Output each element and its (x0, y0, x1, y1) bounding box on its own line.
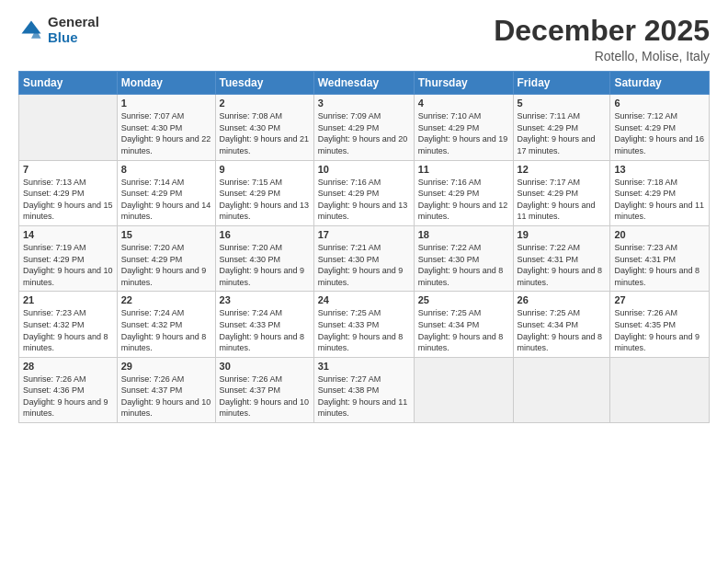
calendar-cell: 5Sunrise: 7:11 AMSunset: 4:29 PMDaylight… (513, 95, 610, 160)
calendar-cell: 3Sunrise: 7:09 AMSunset: 4:29 PMDaylight… (313, 95, 414, 160)
day-number: 7 (23, 164, 113, 175)
calendar-cell: 7Sunrise: 7:13 AMSunset: 4:29 PMDaylight… (19, 160, 118, 225)
day-number: 3 (318, 98, 410, 109)
month-title: December 2025 (494, 15, 710, 47)
logo-blue: Blue (48, 30, 99, 46)
day-number: 18 (418, 229, 509, 240)
day-info: Sunrise: 7:18 AMSunset: 4:29 PMDaylight:… (614, 177, 705, 223)
calendar-cell (610, 357, 710, 422)
day-number: 13 (614, 164, 705, 175)
calendar-week-row: 7Sunrise: 7:13 AMSunset: 4:29 PMDaylight… (19, 160, 710, 225)
calendar-week-row: 14Sunrise: 7:19 AMSunset: 4:29 PMDayligh… (19, 225, 710, 291)
day-info: Sunrise: 7:25 AMSunset: 4:34 PMDaylight:… (418, 307, 509, 353)
day-of-week-header: Thursday (414, 72, 513, 95)
day-info: Sunrise: 7:07 AMSunset: 4:30 PMDaylight:… (121, 110, 211, 156)
calendar-cell: 27Sunrise: 7:26 AMSunset: 4:35 PMDayligh… (610, 292, 710, 357)
svg-marker-0 (22, 20, 41, 33)
page: General Blue December 2025 Rotello, Moli… (0, 0, 728, 563)
day-number: 19 (518, 229, 607, 240)
calendar-cell: 18Sunrise: 7:22 AMSunset: 4:30 PMDayligh… (414, 225, 513, 291)
day-info: Sunrise: 7:15 AMSunset: 4:29 PMDaylight:… (220, 177, 310, 223)
calendar-cell: 28Sunrise: 7:26 AMSunset: 4:36 PMDayligh… (19, 357, 118, 422)
logo-text: General Blue (48, 15, 99, 45)
day-number: 9 (220, 164, 310, 175)
calendar-cell: 25Sunrise: 7:25 AMSunset: 4:34 PMDayligh… (414, 292, 513, 357)
day-of-week-header: Friday (513, 72, 610, 95)
day-of-week-header: Sunday (19, 72, 118, 95)
day-info: Sunrise: 7:20 AMSunset: 4:30 PMDaylight:… (220, 242, 310, 288)
calendar-cell: 29Sunrise: 7:26 AMSunset: 4:37 PMDayligh… (117, 357, 215, 422)
day-number: 4 (418, 98, 509, 109)
calendar-cell: 21Sunrise: 7:23 AMSunset: 4:32 PMDayligh… (19, 292, 118, 357)
day-number: 22 (121, 294, 211, 305)
calendar-cell: 31Sunrise: 7:27 AMSunset: 4:38 PMDayligh… (313, 357, 414, 422)
day-number: 6 (614, 98, 705, 109)
calendar-cell: 9Sunrise: 7:15 AMSunset: 4:29 PMDaylight… (215, 160, 313, 225)
day-number: 30 (220, 361, 310, 372)
day-info: Sunrise: 7:26 AMSunset: 4:36 PMDaylight:… (23, 373, 113, 419)
day-number: 20 (614, 229, 705, 240)
day-info: Sunrise: 7:23 AMSunset: 4:32 PMDaylight:… (23, 307, 113, 353)
day-of-week-header: Saturday (610, 72, 710, 95)
header: General Blue December 2025 Rotello, Moli… (18, 15, 710, 63)
logo-general: General (48, 15, 99, 30)
day-number: 2 (220, 98, 310, 109)
day-number: 11 (418, 164, 509, 175)
day-number: 17 (318, 229, 410, 240)
day-info: Sunrise: 7:09 AMSunset: 4:29 PMDaylight:… (318, 110, 410, 156)
calendar-cell (19, 95, 118, 160)
day-info: Sunrise: 7:13 AMSunset: 4:29 PMDaylight:… (23, 177, 113, 223)
day-of-week-header: Monday (117, 72, 215, 95)
calendar-cell (414, 357, 513, 422)
calendar-cell: 10Sunrise: 7:16 AMSunset: 4:29 PMDayligh… (313, 160, 414, 225)
day-info: Sunrise: 7:26 AMSunset: 4:35 PMDaylight:… (614, 307, 705, 353)
day-info: Sunrise: 7:16 AMSunset: 4:29 PMDaylight:… (318, 177, 410, 223)
day-info: Sunrise: 7:16 AMSunset: 4:29 PMDaylight:… (418, 177, 509, 223)
day-number: 14 (23, 229, 113, 240)
day-info: Sunrise: 7:24 AMSunset: 4:32 PMDaylight:… (121, 307, 211, 353)
day-info: Sunrise: 7:25 AMSunset: 4:34 PMDaylight:… (518, 307, 607, 353)
day-info: Sunrise: 7:10 AMSunset: 4:29 PMDaylight:… (418, 110, 509, 156)
day-number: 1 (121, 98, 211, 109)
calendar-cell: 17Sunrise: 7:21 AMSunset: 4:30 PMDayligh… (313, 225, 414, 291)
calendar-header-row: SundayMondayTuesdayWednesdayThursdayFrid… (19, 72, 710, 95)
calendar-cell: 12Sunrise: 7:17 AMSunset: 4:29 PMDayligh… (513, 160, 610, 225)
title-area: December 2025 Rotello, Molise, Italy (494, 15, 710, 63)
day-number: 25 (418, 294, 509, 305)
calendar-cell: 20Sunrise: 7:23 AMSunset: 4:31 PMDayligh… (610, 225, 710, 291)
calendar-cell: 11Sunrise: 7:16 AMSunset: 4:29 PMDayligh… (414, 160, 513, 225)
logo: General Blue (18, 15, 99, 45)
day-info: Sunrise: 7:27 AMSunset: 4:38 PMDaylight:… (318, 373, 410, 419)
calendar-week-row: 1Sunrise: 7:07 AMSunset: 4:30 PMDaylight… (19, 95, 710, 160)
day-info: Sunrise: 7:21 AMSunset: 4:30 PMDaylight:… (318, 242, 410, 288)
day-number: 16 (220, 229, 310, 240)
day-info: Sunrise: 7:11 AMSunset: 4:29 PMDaylight:… (518, 110, 607, 156)
day-number: 27 (614, 294, 705, 305)
day-info: Sunrise: 7:26 AMSunset: 4:37 PMDaylight:… (121, 373, 211, 419)
day-info: Sunrise: 7:26 AMSunset: 4:37 PMDaylight:… (220, 373, 310, 419)
day-info: Sunrise: 7:17 AMSunset: 4:29 PMDaylight:… (518, 177, 607, 223)
location: Rotello, Molise, Italy (494, 49, 710, 63)
day-info: Sunrise: 7:23 AMSunset: 4:31 PMDaylight:… (614, 242, 705, 288)
day-number: 29 (121, 361, 211, 372)
day-info: Sunrise: 7:22 AMSunset: 4:31 PMDaylight:… (518, 242, 607, 288)
calendar-cell: 4Sunrise: 7:10 AMSunset: 4:29 PMDaylight… (414, 95, 513, 160)
day-number: 12 (518, 164, 607, 175)
calendar-cell: 16Sunrise: 7:20 AMSunset: 4:30 PMDayligh… (215, 225, 313, 291)
day-info: Sunrise: 7:24 AMSunset: 4:33 PMDaylight:… (220, 307, 310, 353)
day-number: 10 (318, 164, 410, 175)
calendar-cell: 22Sunrise: 7:24 AMSunset: 4:32 PMDayligh… (117, 292, 215, 357)
day-info: Sunrise: 7:22 AMSunset: 4:30 PMDaylight:… (418, 242, 509, 288)
calendar-cell: 24Sunrise: 7:25 AMSunset: 4:33 PMDayligh… (313, 292, 414, 357)
day-number: 26 (518, 294, 607, 305)
day-number: 31 (318, 361, 410, 372)
day-info: Sunrise: 7:12 AMSunset: 4:29 PMDaylight:… (614, 110, 705, 156)
day-info: Sunrise: 7:08 AMSunset: 4:30 PMDaylight:… (220, 110, 310, 156)
day-of-week-header: Tuesday (215, 72, 313, 95)
calendar-cell (513, 357, 610, 422)
day-number: 24 (318, 294, 410, 305)
day-number: 8 (121, 164, 211, 175)
calendar-cell: 19Sunrise: 7:22 AMSunset: 4:31 PMDayligh… (513, 225, 610, 291)
logo-icon (18, 17, 44, 43)
calendar-cell: 1Sunrise: 7:07 AMSunset: 4:30 PMDaylight… (117, 95, 215, 160)
